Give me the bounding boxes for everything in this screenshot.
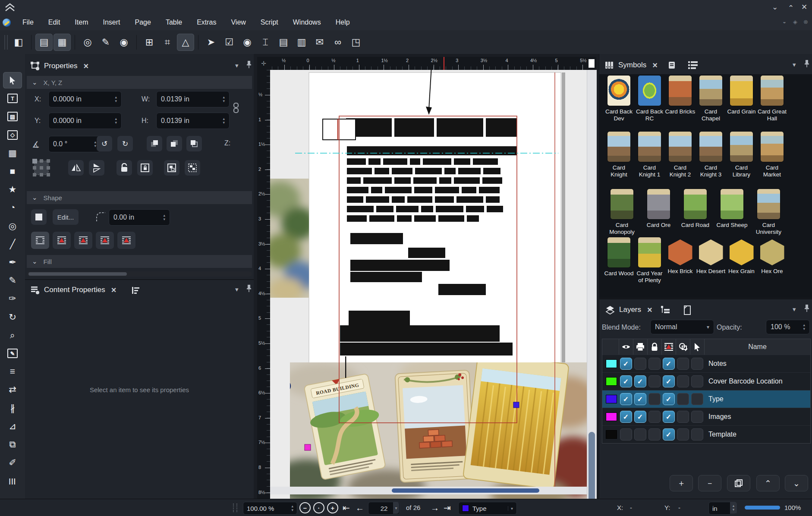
insert-barcode-tool[interactable]: ||| [3, 472, 22, 489]
text-flow-option-1-button[interactable] [53, 232, 71, 249]
symbol-item[interactable]: Card Sheep [714, 189, 750, 236]
layer-select-lock-checkbox[interactable] [691, 428, 703, 440]
zoom-level-field[interactable]: 100.00 %▴▾ [243, 502, 297, 515]
level-down-button[interactable] [167, 136, 182, 151]
menu-script[interactable]: Script [253, 15, 286, 30]
vertical-ruler[interactable]: ½11½22½33½44½55½66½77½88½ [257, 70, 270, 499]
symbols-pin-icon[interactable] [804, 59, 810, 68]
layer-visible-checkbox[interactable] [620, 393, 632, 405]
edit-in-preview-icon[interactable]: ✎ [97, 34, 114, 51]
preview-mode-icon[interactable]: ▤ [35, 34, 53, 51]
layer-lock-checkbox[interactable] [648, 393, 661, 405]
previous-page-button[interactable]: ← [356, 502, 364, 514]
symbol-item[interactable]: Card Market [757, 132, 787, 178]
toggle-cms-preview-icon[interactable]: ▦ [54, 34, 71, 51]
ungroup-objects-button[interactable] [185, 160, 200, 176]
canvas-hscrollbar[interactable] [270, 487, 588, 494]
snap-to-items-icon[interactable]: △ [177, 34, 194, 51]
text-flow-option-0-button[interactable] [31, 232, 49, 249]
layer-text-flow-checkbox[interactable] [663, 375, 675, 387]
layer-lock-checkbox[interactable] [648, 358, 661, 370]
shape-selector-button[interactable] [31, 209, 47, 225]
layers-page-icon[interactable] [682, 305, 692, 315]
symbol-item[interactable]: Hex Brick [665, 237, 696, 284]
symbol-item[interactable]: Card Monopoly [604, 189, 640, 236]
width-field[interactable]: 0.0139 in▴▾ [156, 91, 230, 107]
pdf-radio-button-icon[interactable]: ◉ [239, 34, 256, 51]
section-fill[interactable]: ⌄ Fill [27, 255, 252, 268]
menu-table[interactable]: Table [158, 15, 189, 30]
layers-pin-icon[interactable] [804, 304, 810, 312]
symbol-item[interactable]: Card Road [677, 189, 714, 236]
level-up-button[interactable] [147, 136, 162, 151]
height-field[interactable]: 0.0139 in▴▾ [156, 113, 230, 129]
insert-image-frame-tool[interactable]: ▨ [3, 108, 22, 125]
symbol-item[interactable]: Card Back RC [634, 76, 665, 122]
section-xyz[interactable]: ⌄ X, Y, Z [27, 76, 252, 89]
blend-mode-select[interactable]: Normal▾ [650, 320, 714, 334]
symbol-item[interactable]: Card Knight 3 [696, 132, 726, 178]
corner-radius-field[interactable]: 0.00 in▴▾ [109, 209, 170, 226]
zoom-100-button[interactable]: · [313, 502, 324, 513]
lower-layer-button[interactable]: ⌄ [785, 475, 808, 491]
layer-row[interactable]: Notes [602, 355, 810, 372]
canvas-hscrollbar-thumb[interactable] [392, 488, 539, 493]
menu-extras[interactable]: Extras [189, 15, 223, 30]
symbols-close-icon[interactable]: × [652, 60, 658, 70]
symbol-item[interactable]: Card Ore [640, 189, 677, 236]
layer-color-swatch[interactable] [606, 395, 617, 403]
layer-outline-checkbox[interactable] [677, 358, 689, 370]
symbol-item[interactable]: Card Year of Plenty [634, 237, 665, 284]
select-item-tool[interactable] [3, 72, 22, 88]
section-shape[interactable]: ⌄ Shape [27, 191, 252, 204]
properties-collapse-icon[interactable]: ▾ [235, 62, 239, 69]
symbol-item[interactable]: Card Wood [604, 237, 634, 284]
close-window-icon[interactable]: ✕ [801, 3, 807, 11]
layer-row[interactable]: Template [602, 425, 810, 443]
type-layer-handle[interactable] [513, 402, 519, 408]
rotation-field[interactable]: 0.0 °▴▾ [48, 136, 101, 152]
layer-text-flow-checkbox[interactable] [663, 358, 675, 370]
layer-print-checkbox[interactable] [634, 358, 646, 370]
insert-freehand-line-tool[interactable]: ✎ [3, 272, 22, 289]
images-layer-handle[interactable] [305, 444, 311, 450]
layer-color-swatch[interactable] [606, 377, 617, 386]
pdf-text-annotation-icon[interactable]: ✉ [311, 34, 328, 51]
maximize-icon[interactable]: ⌃ [788, 4, 794, 12]
insert-line-tool[interactable]: ╱ [3, 236, 22, 252]
flip-horizontal-button[interactable] [68, 160, 84, 176]
pdf-push-button-icon[interactable]: ➤ [202, 34, 220, 51]
layer-select-lock-checkbox[interactable] [691, 393, 703, 405]
insert-render-frame-tool[interactable]: ◇ [3, 127, 22, 143]
snap-to-grid-icon[interactable]: ⊞ [141, 34, 158, 51]
insert-shape-tool[interactable]: ■ [3, 163, 22, 179]
opacity-field[interactable]: 100 %▴▾ [766, 320, 810, 334]
content-properties-close-icon[interactable]: × [111, 285, 116, 295]
lock-object-button[interactable] [116, 160, 132, 176]
add-layer-button[interactable]: ＋ [670, 475, 693, 491]
unit-spin[interactable]: ▴▾ [730, 502, 737, 514]
layer-text-flow-checkbox[interactable] [663, 393, 675, 405]
symbol-item[interactable]: Hex Ore [757, 237, 787, 284]
raise-layer-button[interactable]: ⌃ [756, 475, 780, 491]
layer-text-flow-checkbox[interactable] [663, 411, 675, 423]
symbol-item[interactable]: Card Knight 2 [665, 132, 696, 178]
properties-scrollbar-thumb[interactable] [28, 272, 127, 276]
canvas-vscrollbar[interactable] [587, 70, 597, 499]
text-flow-option-3-button[interactable] [96, 232, 114, 249]
zoom-tool[interactable]: ⌕ [3, 327, 22, 343]
symbol-item[interactable]: Card Great Hall [757, 76, 787, 122]
insert-polygon-tool[interactable]: ★ [3, 181, 22, 198]
next-page-button[interactable]: → [431, 502, 439, 514]
symbol-item[interactable]: Card Knight 1 [634, 132, 665, 178]
pdf-checkbox-icon[interactable]: ☑ [220, 34, 238, 51]
doc-close-icon[interactable]: ⊗ [803, 19, 808, 25]
minimize-icon[interactable]: ⌄ [772, 3, 778, 11]
preview-settings-icon[interactable]: ◎ [79, 34, 96, 51]
layers-close-icon[interactable]: × [647, 305, 652, 315]
layer-text-flow-checkbox[interactable] [663, 428, 675, 440]
first-page-button[interactable]: ⇤ [343, 502, 350, 514]
properties-pin-icon[interactable] [246, 60, 252, 69]
visual-appearance-icon[interactable]: ◉ [115, 34, 132, 51]
symbol-item[interactable]: Card Chapel [696, 76, 726, 122]
